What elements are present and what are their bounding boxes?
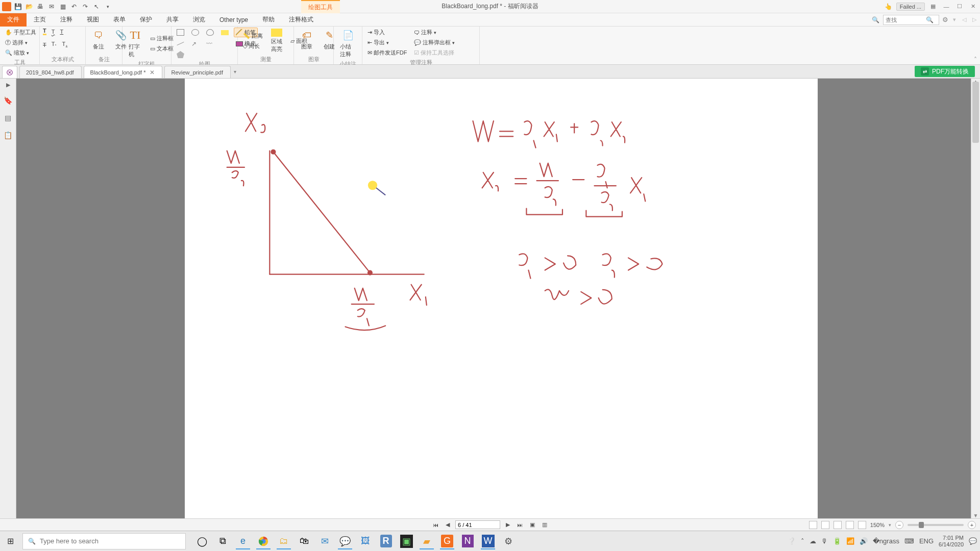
tray-expand-icon[interactable]: ˄ — [801, 537, 804, 545]
language-indicator[interactable]: ENG — [919, 537, 934, 545]
zoom-slider-knob[interactable] — [919, 522, 924, 528]
zoom-slider[interactable] — [908, 524, 964, 526]
clipboard-icon[interactable]: 📋 — [3, 130, 13, 140]
scroll-down-icon[interactable]: ▼ — [971, 513, 980, 518]
line-shape[interactable] — [175, 42, 186, 45]
doc-tab-2[interactable]: Review_principle.pdf — [164, 66, 231, 78]
menu-comment[interactable]: 注释 — [53, 13, 80, 27]
maximize-button[interactable]: ☐ — [954, 2, 965, 12]
start-button[interactable]: ⊞ — [0, 531, 20, 552]
mail-app-icon[interactable]: ✉ — [315, 532, 334, 550]
menu-file[interactable]: 文件 — [0, 13, 27, 27]
menu-browse[interactable]: 浏览 — [186, 13, 212, 27]
replace-text-icon[interactable]: T± — [62, 41, 67, 48]
close-button[interactable]: ✕ — [968, 2, 978, 12]
start-page-button[interactable] — [2, 66, 17, 78]
settings-app-icon[interactable]: ⚙ — [499, 532, 518, 550]
view-facing-icon[interactable] — [834, 521, 842, 529]
pycharm-icon[interactable]: ▣ — [397, 532, 415, 550]
taskbar-search-input[interactable] — [40, 537, 180, 545]
note-button[interactable]: 🗨备注 — [89, 28, 108, 52]
export-comments[interactable]: ⇤导出▾ — [365, 38, 409, 47]
next-page-button[interactable]: ▶ — [504, 521, 511, 528]
menu-view[interactable]: 视图 — [80, 13, 106, 27]
menu-share[interactable]: 共享 — [159, 13, 186, 27]
notifications-icon[interactable]: 💬 — [969, 537, 977, 545]
search-box[interactable]: 🔍 — [883, 15, 939, 25]
store-icon[interactable]: 🛍 — [295, 532, 313, 550]
menu-protect[interactable]: 保护 — [133, 13, 159, 27]
view-rotate-icon[interactable] — [858, 521, 866, 529]
open-icon[interactable]: 📂 — [24, 2, 34, 11]
close-tab-icon[interactable]: ✕ — [150, 69, 155, 76]
ribbon-collapse-icon[interactable]: ˄ — [974, 56, 977, 63]
hand-tool[interactable]: ✋手型工具 — [3, 28, 36, 37]
side-panel-toggle[interactable]: ▶ — [6, 82, 10, 88]
popup-button[interactable]: 💬注释弹出框▾ — [412, 38, 457, 47]
r-app-icon[interactable]: R — [377, 532, 395, 550]
wifi-icon[interactable]: 📶 — [846, 537, 854, 545]
sublime-icon[interactable]: ▰ — [418, 532, 436, 550]
redo-icon[interactable]: ↷ — [81, 2, 90, 11]
menu-comment-format[interactable]: 注释格式 — [282, 13, 321, 27]
summarize-comments-button[interactable]: 📄小结注释 — [337, 28, 359, 59]
settings-gear-icon[interactable]: ⚙ — [942, 16, 948, 23]
menu-home[interactable]: 主页 — [27, 13, 53, 27]
qat-more-icon[interactable]: ▾ — [103, 2, 112, 11]
polyline-shape[interactable]: 〰 — [204, 39, 216, 48]
tabs-dropdown-icon[interactable]: ▾ — [234, 69, 236, 74]
word-icon[interactable]: W — [479, 532, 497, 550]
search-input[interactable] — [884, 17, 923, 23]
find-icon[interactable]: 🔍 — [871, 15, 880, 24]
canvas-area[interactable]: ▲ ▼ — [16, 79, 980, 518]
area-highlight-big[interactable]: 区域高亮 — [268, 28, 285, 54]
save-icon[interactable]: 💾 — [13, 2, 22, 11]
page-layout-2-icon[interactable]: ▥ — [541, 521, 549, 528]
pdf-convert-button[interactable]: ⇄ PDF万能转换 — [915, 66, 975, 77]
battery-icon[interactable]: 🔋 — [833, 537, 841, 545]
menu-form[interactable]: 表单 — [106, 13, 133, 27]
mail-fdf[interactable]: ✉邮件发送FDF — [365, 48, 409, 58]
doc-tab-0[interactable]: 2019_804_hw8.pdf — [19, 66, 82, 78]
page-layout-1-icon[interactable]: ▣ — [528, 521, 536, 528]
undo-icon[interactable]: ↶ — [69, 2, 79, 11]
perimeter-tool[interactable]: ◇周长 — [241, 41, 265, 51]
arrow-shape[interactable]: ↗ — [189, 39, 201, 48]
comments-button[interactable]: 🗨注释▾ — [412, 28, 457, 37]
bookmarks-icon[interactable]: 🔖 — [3, 95, 13, 106]
menu-other[interactable]: Other type — [212, 13, 255, 27]
squiggly-icon[interactable]: T — [52, 29, 55, 35]
insert-text-icon[interactable]: T˄ — [52, 41, 57, 48]
area-highlight[interactable] — [219, 29, 231, 36]
settings-dropdown-icon[interactable]: ▾ — [951, 16, 958, 23]
menu-help[interactable]: 帮助 — [255, 13, 282, 27]
print-icon[interactable]: 🖶 — [36, 2, 45, 11]
cloud-shape[interactable] — [204, 28, 216, 37]
select-tool[interactable]: Ⓣ选择▾ — [3, 38, 36, 47]
keep-tool-check[interactable]: ☑保持工具选择 — [412, 48, 457, 58]
zoom-in-button[interactable]: + — [968, 521, 976, 529]
view-single-icon[interactable] — [809, 521, 817, 529]
sync-icon[interactable]: �ngrass — [873, 537, 899, 545]
volume-icon[interactable]: 🔊 — [860, 537, 868, 545]
pointer-icon[interactable]: ↖ — [92, 2, 101, 11]
apps-grid-icon[interactable]: ▦ — [928, 2, 938, 12]
mail-icon[interactable]: ✉ — [47, 2, 56, 11]
pages-panel-icon[interactable]: ▤ — [3, 113, 13, 123]
mic-icon[interactable]: 🎙 — [821, 537, 828, 545]
foxit-taskbar-icon[interactable]: G — [438, 532, 456, 550]
keyboard-icon[interactable]: ⌨ — [904, 537, 914, 545]
wechat-icon[interactable]: 💬 — [336, 532, 354, 550]
oval-shape[interactable] — [189, 28, 201, 37]
scroll-thumb[interactable] — [972, 82, 979, 143]
typewriter-button[interactable]: TI打字机 — [126, 28, 145, 59]
nav-next-icon[interactable]: ▷ — [971, 16, 978, 23]
underline-icon[interactable]: T — [60, 29, 63, 35]
edge-icon[interactable]: e — [234, 532, 252, 550]
zoom-tool[interactable]: 🔍缩放▾ — [3, 48, 36, 58]
taskbar-search[interactable]: 🔍 — [22, 533, 186, 549]
doc-tab-1[interactable]: BlackBoard_long.pdf *✕ — [84, 66, 163, 78]
highlight-icon[interactable]: T — [43, 28, 46, 35]
new-icon[interactable]: ▦ — [58, 2, 67, 11]
task-view-icon[interactable]: ⧉ — [213, 532, 232, 550]
